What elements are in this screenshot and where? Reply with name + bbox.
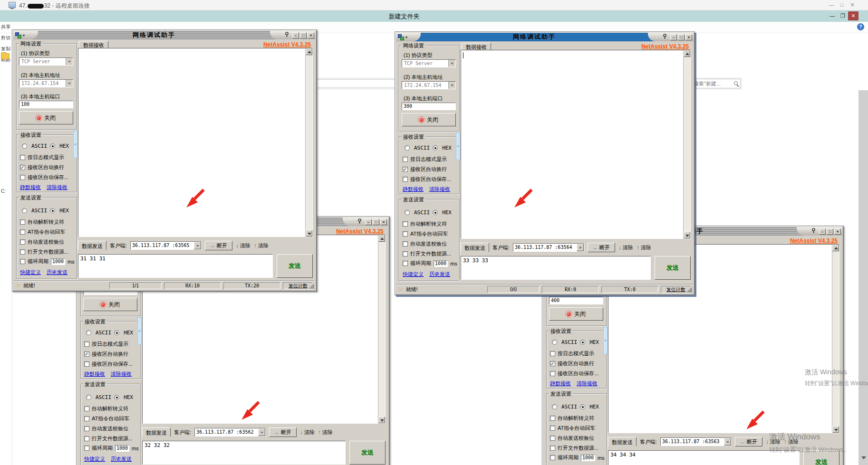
file-source-option[interactable]: 打开文件数据源... [20,248,68,256]
shortcut-define-link[interactable]: 快捷定义 [84,456,105,463]
history-send-link[interactable]: 历史发送 [429,271,450,278]
search-input[interactable] [694,80,731,87]
tab-data-receive[interactable]: 数据接收 [462,43,491,50]
clear-receive-button[interactable]: ↓ 清除 [236,242,251,249]
netassist-title-bar[interactable]: ▾ 网络调试助手 – □ × [13,31,316,39]
escape-parse-option[interactable]: 自动解析转义符 [403,220,447,228]
checkbox[interactable] [20,219,25,225]
resize-grip[interactable] [686,287,692,293]
shortcut-define-link[interactable]: 快捷定义 [403,271,424,278]
checkbox-checked[interactable] [84,351,89,357]
hex-radio[interactable] [580,340,585,345]
scroll-up-icon[interactable] [378,235,385,242]
auto-checksum-option[interactable]: 自动发送校验位 [550,435,594,442]
receive-area[interactable] [461,50,691,239]
minimize-button[interactable]: – [670,34,677,40]
netassist-version-link[interactable]: NetAssist V4.3.25 [790,237,838,244]
explorer-minimize-button[interactable]: — [827,11,838,20]
ascii-radio[interactable] [552,340,557,345]
auto-wrap-option[interactable]: 接收区自动换行 [84,351,128,358]
checkbox[interactable] [84,436,89,441]
cycle-period-input[interactable]: 1000 [115,445,129,452]
auto-checksum-option[interactable]: 自动发送校验位 [20,238,64,246]
checkbox[interactable] [84,446,89,451]
chevron-down-icon[interactable] [448,60,455,67]
tab-data-receive[interactable]: 数据接收 [79,41,108,48]
checkbox[interactable] [20,175,25,180]
close-button[interactable]: × [685,34,692,40]
close-button[interactable]: × [380,219,387,225]
hex-radio[interactable] [580,404,585,409]
chevron-down-icon[interactable] [724,438,731,446]
minimize-button[interactable]: – [365,219,372,225]
hex-radio[interactable] [114,330,119,335]
shortcut-define-link[interactable]: 快捷定义 [20,269,41,276]
clear-send-button[interactable]: ↑ 清除 [637,244,651,251]
protocol-select[interactable]: TCP Server [402,59,456,67]
clear-send-button[interactable]: ↑ 清除 [318,429,333,436]
scroll-up-icon[interactable] [832,245,839,251]
checkbox[interactable] [84,406,89,411]
file-source-option[interactable]: 打开文件数据源... [84,435,133,442]
host-port-input[interactable]: 100 [19,101,73,108]
checkbox[interactable] [550,351,555,356]
help-icon[interactable]: ? [857,23,864,30]
close-button[interactable]: × [308,32,314,38]
checkbox[interactable] [550,426,555,431]
maximize-button[interactable]: □ [373,219,379,225]
chevron-down-icon[interactable] [577,244,584,251]
checkbox[interactable] [403,251,408,256]
explorer-search-box[interactable] [691,79,741,88]
host-address-select[interactable]: 172.24.67.154 [402,81,456,89]
escape-parse-option[interactable]: 自动解析转义符 [550,415,594,422]
netassist-version-link[interactable]: NetAssist V4.3.25 [641,43,689,50]
close-connection-button[interactable]: 关闭 [19,111,73,124]
scroll-down-icon[interactable] [378,417,385,423]
checkbox[interactable] [20,259,25,264]
ascii-radio[interactable] [86,395,91,400]
explorer-restore-button[interactable]: ❐ [838,11,848,20]
ascii-radio[interactable] [552,404,557,409]
hex-radio[interactable] [433,210,438,215]
hex-radio[interactable] [50,143,55,149]
pin-icon[interactable] [357,218,362,225]
checkbox[interactable] [403,231,408,237]
chevron-down-icon[interactable] [194,242,201,249]
auto-save-option[interactable]: 接收区自动保存... [84,361,133,368]
checkbox[interactable] [20,229,25,235]
checkbox[interactable] [550,371,555,376]
panel-collapse-handle[interactable]: < [603,327,608,354]
ribbon-share-label[interactable]: 共享 [1,24,11,30]
checkbox[interactable] [550,455,555,460]
cycle-option[interactable]: 循环周期 1000 ms [550,454,605,461]
ribbon-copy-label[interactable]: 复制 [1,46,11,52]
close-connection-button[interactable]: 关闭 [549,307,603,321]
close-connection-button[interactable]: 关闭 [402,113,456,126]
disconnect-button[interactable]: ← 断开 [269,427,297,437]
disconnect-button[interactable]: ← 断开 [588,243,615,252]
file-source-option[interactable]: 打开文件数据源... [550,445,598,452]
host-port-input[interactable]: 300 [402,103,456,110]
cycle-period-input[interactable]: 1000 [434,260,448,267]
chevron-down-icon[interactable] [66,58,73,65]
ascii-radio[interactable] [22,143,27,149]
protocol-select[interactable]: TCP Server [19,57,73,66]
scroll-up-icon[interactable] [306,48,312,55]
auto-save-option[interactable]: 接收区自动保存... [550,370,598,377]
send-input-area[interactable]: 31 31 31 [78,254,273,278]
auto-wrap-option[interactable]: 接收区自动换行 [403,166,447,173]
silent-receive-link[interactable]: 静默接收 [20,184,41,191]
auto-save-option[interactable]: 接收区自动保存... [20,174,68,181]
rdp-minimize-button[interactable]: — [826,1,837,9]
scroll-down-icon[interactable] [684,232,690,238]
checkbox[interactable] [84,416,89,421]
close-button[interactable]: × [834,228,841,235]
chevron-down-icon[interactable] [258,428,265,436]
system-menu[interactable]: ▾ [13,31,38,39]
system-menu[interactable]: ▾ [396,33,421,41]
checkbox[interactable] [550,416,555,421]
scroll-down-icon[interactable] [306,230,312,237]
checkbox[interactable] [84,426,89,431]
scroll-up-icon[interactable] [684,50,690,57]
history-send-link[interactable]: 历史发送 [111,456,132,463]
